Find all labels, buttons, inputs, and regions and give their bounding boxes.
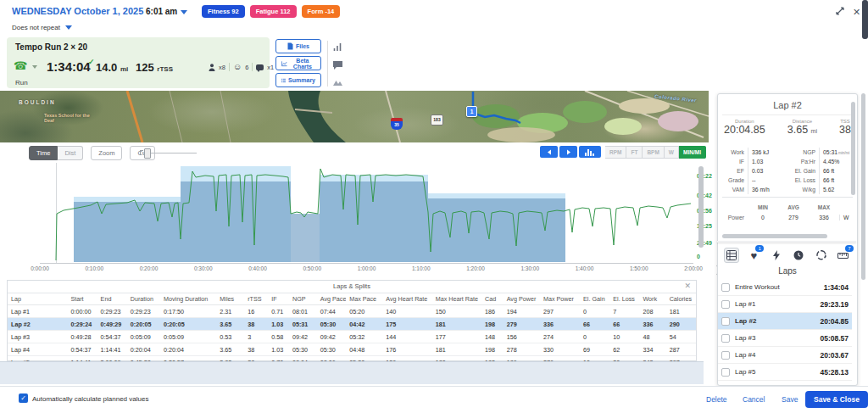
splits-cell: 0:29:23: [97, 305, 127, 318]
time-toggle-button[interactable]: Time: [29, 146, 58, 160]
splits-column-header[interactable]: Avg Pace: [317, 293, 346, 305]
delete-button[interactable]: Delete: [706, 395, 727, 404]
divider: [327, 41, 328, 87]
unit-toggle-button[interactable]: W: [665, 146, 679, 159]
stat-label: El. Loss: [785, 177, 819, 183]
splits-cell: 54: [666, 331, 696, 343]
splits-cell: 1.03: [268, 343, 289, 356]
workout-time-dropdown[interactable]: 6:01 am: [146, 7, 187, 16]
lap-stats-grid: Work 336 kJ NGP 05:31min/mi IF 1.03 Pa:H…: [719, 148, 856, 194]
files-button[interactable]: Files: [275, 39, 321, 53]
splits-column-header[interactable]: Max Heart Rate: [432, 293, 481, 305]
metric-badge[interactable]: Form -14: [302, 5, 341, 18]
lap-row[interactable]: Lap #4 20:03.67: [718, 347, 852, 364]
page-scrollbar[interactable]: [861, 93, 865, 280]
splits-column-header[interactable]: Max Power: [540, 293, 580, 305]
lap-checkbox[interactable]: [721, 283, 730, 292]
close-icon[interactable]: ✕: [684, 282, 691, 290]
tab-measure[interactable]: 7: [836, 248, 851, 263]
lap-row[interactable]: Lap #1 29:23.19: [718, 296, 852, 313]
lap-row[interactable]: Lap #2 20:04.85: [718, 313, 852, 330]
phone-icon[interactable]: ☎: [14, 59, 27, 72]
splits-cell: 290: [666, 318, 696, 331]
zoom-button[interactable]: Zoom: [91, 146, 122, 160]
unit-toggle-button[interactable]: BPM: [643, 146, 664, 159]
splits-column-header[interactable]: El. Gain: [580, 293, 609, 305]
lap-checkbox[interactable]: [721, 317, 730, 326]
splits-cell: 0:54:37: [97, 331, 127, 343]
chevron-down-icon: [65, 25, 72, 30]
summary-button[interactable]: Summary: [275, 73, 321, 87]
tab-time[interactable]: [791, 248, 806, 263]
bar-chart-icon[interactable]: [333, 40, 342, 55]
slider-handle[interactable]: [144, 148, 151, 159]
splits-row[interactable]: Lap #20:29:240:49:290:20:050:20:053.6538…: [8, 318, 696, 331]
chat-icon[interactable]: [333, 58, 342, 73]
splits-cell: 05:20: [346, 305, 382, 318]
lap-row[interactable]: Lap #5 45:28.13: [718, 364, 852, 381]
laps-list: Entire Workout 1:34:04 Lap #1 29:23.19 L…: [718, 279, 852, 381]
unit-toggle-button[interactable]: RPM: [605, 146, 626, 159]
chart-scrollbar[interactable]: [698, 166, 704, 248]
splits-column-header[interactable]: Avg Heart Rate: [382, 293, 431, 305]
tab-power[interactable]: [769, 248, 784, 263]
lap-row[interactable]: Lap #3 05:08.57: [718, 330, 852, 347]
auto-calc-checkbox[interactable]: ✓: [19, 393, 28, 403]
metric-badge[interactable]: Fitness 92: [202, 5, 245, 18]
panel-vertical-scrollbar[interactable]: [851, 102, 855, 195]
close-icon[interactable]: ✕: [853, 7, 860, 18]
splits-column-header[interactable]: Start: [67, 293, 97, 305]
save-button[interactable]: Save: [782, 395, 798, 404]
beta-charts-button[interactable]: Beta Charts: [275, 56, 321, 70]
splits-column-header[interactable]: El. Loss: [609, 293, 639, 305]
tab-laps-grid[interactable]: [724, 248, 739, 263]
expand-icon[interactable]: [836, 7, 844, 18]
save-close-button[interactable]: Save & Close: [805, 391, 868, 408]
splits-column-header[interactable]: Work: [639, 293, 665, 305]
splits-column-header[interactable]: Cad: [481, 293, 504, 305]
browser-scrollbar[interactable]: [862, 0, 868, 39]
panel-horizontal-scrollbar[interactable]: [722, 234, 827, 238]
splits-row[interactable]: Lap #40:54:371:14:410:20:040:20:043.6538…: [8, 343, 696, 356]
chevron-down-icon: [32, 65, 37, 69]
splits-row[interactable]: Lap #30:49:280:54:370:05:090:05:090.5330…: [8, 331, 696, 343]
splits-column-header[interactable]: NGP: [289, 293, 317, 305]
splits-row[interactable]: Lap #10:00:000:29:230:29:230:17:502.3116…: [8, 305, 696, 318]
splits-column-header[interactable]: End: [97, 293, 127, 305]
splits-column-header[interactable]: Avg Power: [504, 293, 540, 305]
splits-column-header[interactable]: rTSS: [244, 293, 268, 305]
workout-graph[interactable]: [40, 163, 693, 264]
workout-title[interactable]: Tempo Run 2 × 20: [15, 42, 87, 52]
analytics-icon[interactable]: [333, 74, 342, 89]
splits-column-header[interactable]: Miles: [216, 293, 244, 305]
pan-right-button[interactable]: [559, 146, 577, 158]
dist-toggle-button[interactable]: Dist: [58, 146, 83, 160]
laps-section-title: Laps: [717, 266, 858, 276]
route-map[interactable]: BOULDIN Texas School for the Deaf Colora…: [0, 91, 709, 142]
lap-checkbox[interactable]: [721, 334, 730, 343]
splits-column-header[interactable]: Max Pace: [346, 293, 382, 305]
splits-column-header[interactable]: Moving Duration: [160, 293, 216, 305]
splits-column-header[interactable]: Duration: [127, 293, 160, 305]
lap-row[interactable]: Entire Workout 1:34:04: [718, 279, 852, 296]
unit-toggle-button[interactable]: FT: [626, 146, 643, 159]
splits-cell: 0: [580, 305, 609, 318]
splits-column-header[interactable]: IF: [268, 293, 289, 305]
route-start-marker[interactable]: 1: [466, 106, 477, 117]
pan-left-button[interactable]: [540, 146, 558, 158]
repeat-dropdown[interactable]: Does not repeat: [12, 24, 72, 31]
histogram-button[interactable]: [579, 146, 601, 158]
lap-checkbox[interactable]: [721, 300, 730, 309]
lap-checkbox[interactable]: [721, 368, 730, 377]
stat-row: Grade -- El. Loss 66 ft: [719, 176, 856, 185]
workout-date[interactable]: WEDNESDAY October 1, 2025: [12, 6, 143, 16]
metric-badge[interactable]: Fatigue 112: [250, 5, 297, 18]
interstate-35-shield: 35: [391, 118, 403, 130]
unit-toggle-button[interactable]: MIN/MI: [679, 146, 706, 159]
lap-checkbox[interactable]: [721, 351, 730, 360]
splits-column-header[interactable]: Lap: [8, 293, 67, 305]
tab-intervals[interactable]: [814, 248, 829, 263]
cancel-button[interactable]: Cancel: [743, 395, 765, 404]
tab-heart-rate[interactable]: ♥1: [746, 248, 761, 263]
splits-column-header[interactable]: Calories: [666, 293, 696, 305]
